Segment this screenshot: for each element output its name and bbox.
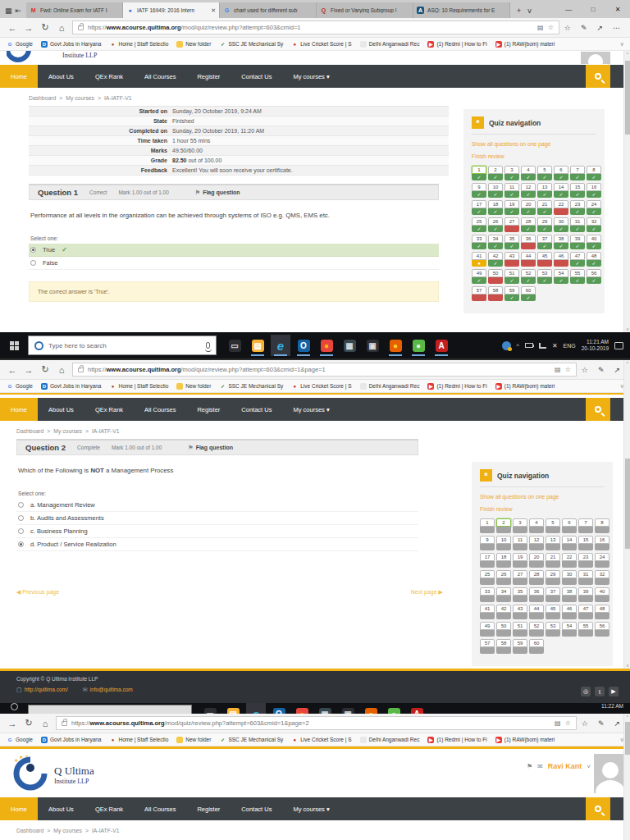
- favorites-icon[interactable]: ☆: [564, 24, 571, 32]
- quiz-nav-question-16[interactable]: 16: [595, 536, 609, 550]
- quiz-nav-question-17[interactable]: 17: [480, 553, 495, 568]
- nav-search-button[interactable]: [586, 398, 610, 421]
- quiz-nav-question-55[interactable]: 55✓: [570, 269, 585, 284]
- quiz-nav-question-18[interactable]: 18: [496, 553, 511, 568]
- quiz-nav-question-15[interactable]: 15: [578, 536, 593, 550]
- quiz-nav-question-2[interactable]: 2✓: [488, 166, 503, 180]
- action-center-icon[interactable]: [614, 342, 623, 349]
- ink-note-icon[interactable]: ✎: [598, 366, 605, 374]
- quiz-nav-question-11[interactable]: 11: [513, 536, 527, 550]
- outlook-icon[interactable]: O: [294, 335, 313, 356]
- quiz-nav-question-26[interactable]: 26✓: [488, 217, 503, 232]
- refresh-button[interactable]: ↻: [39, 22, 51, 33]
- breadcrumb[interactable]: Dashboard>My courses>IA-IATF-V1: [0, 88, 630, 106]
- quiz-nav-question-33[interactable]: 33: [480, 587, 495, 602]
- quiz-nav-question-36[interactable]: 36: [521, 235, 536, 249]
- show-all-questions-link[interactable]: Show all questions on one page: [480, 494, 605, 500]
- quiz-nav-question-40[interactable]: 40: [595, 587, 609, 602]
- quiz-nav-question-50[interactable]: 50: [488, 269, 503, 284]
- scrollbar[interactable]: ^ v: [623, 360, 630, 669]
- breadcrumb-item[interactable]: Dashboard: [16, 428, 43, 434]
- bookmark-item[interactable]: ▶(1) Redmi | How to Fi: [427, 383, 486, 390]
- home-button[interactable]: ⌂: [56, 23, 67, 33]
- breadcrumb-item[interactable]: IA-IATF-V1: [104, 95, 131, 101]
- quiz-nav-question-19[interactable]: 19: [513, 553, 527, 568]
- task-view-icon[interactable]: ▭: [225, 335, 244, 356]
- user-name[interactable]: Ravi Kant: [548, 762, 582, 770]
- nav-item-all-courses[interactable]: All Courses: [134, 398, 186, 421]
- reading-view-icon[interactable]: ▤: [537, 24, 544, 31]
- radio-button[interactable]: [18, 502, 24, 508]
- message-flag-icon[interactable]: ⚑: [527, 763, 532, 770]
- quiz-nav-question-29[interactable]: 29: [546, 570, 560, 585]
- radio-button[interactable]: [30, 260, 36, 266]
- scroll-thumb[interactable]: [625, 459, 630, 549]
- reading-view-icon[interactable]: ▤: [555, 719, 561, 727]
- bookmark-item[interactable]: GGoogle: [7, 737, 33, 743]
- breadcrumb-item[interactable]: My courses: [53, 828, 82, 833]
- bookmark-item[interactable]: DGovt Jobs in Haryana: [41, 737, 102, 743]
- breadcrumb-item[interactable]: My courses: [66, 95, 94, 101]
- quiz-nav-question-21[interactable]: 21✓: [537, 200, 552, 215]
- bookmark-item[interactable]: Delhi Anganwadi Rec: [360, 383, 420, 390]
- minimize-button[interactable]: —: [556, 6, 581, 13]
- bookmark-item[interactable]: GGoogle: [7, 41, 33, 48]
- bookmark-item[interactable]: ●Home | Staff Selectio: [109, 41, 168, 48]
- store-icon[interactable]: ▣: [363, 335, 382, 356]
- share-icon[interactable]: ↗: [614, 719, 620, 728]
- notification-icon[interactable]: ✉: [537, 763, 543, 770]
- answer-option[interactable]: b. Audits and Assessments: [16, 512, 418, 525]
- quiz-nav-question-51[interactable]: 51✓: [504, 269, 519, 284]
- bookmark-item[interactable]: New folder: [176, 737, 211, 743]
- green-app-icon[interactable]: ●: [384, 703, 404, 714]
- quiz-nav-question-46[interactable]: 46: [554, 252, 568, 267]
- url-field[interactable]: https://www.acourse.qultima.org/mod/quiz…: [72, 21, 559, 34]
- quiz-nav-question-25[interactable]: 25: [480, 570, 495, 585]
- answer-option[interactable]: d. Product / Service Realization: [16, 538, 418, 551]
- quiz-nav-question-54[interactable]: 54: [562, 622, 577, 637]
- nav-item-home[interactable]: Home: [0, 65, 38, 88]
- finish-review-link[interactable]: Finish review: [472, 153, 596, 159]
- quiz-nav-question-59[interactable]: 59: [513, 639, 527, 654]
- bookmark-item[interactable]: ▶(1) Redmi | How to Fi: [427, 737, 486, 743]
- quiz-nav-question-49[interactable]: 49: [480, 622, 495, 637]
- tab-dropdown-icon[interactable]: v: [527, 7, 532, 15]
- scroll-thumb[interactable]: [625, 61, 630, 135]
- scroll-up-icon[interactable]: ^: [624, 714, 630, 719]
- language-indicator[interactable]: ENG: [564, 343, 576, 349]
- nav-item-my-courses-[interactable]: My courses ▾: [282, 398, 340, 421]
- next-page-link[interactable]: Next page ▶: [411, 589, 443, 596]
- quiz-nav-question-53[interactable]: 53✓: [537, 269, 552, 284]
- radio-button[interactable]: [18, 541, 24, 547]
- avatar[interactable]: [594, 754, 627, 793]
- quiz-nav-question-6[interactable]: 6✓: [554, 166, 568, 180]
- quiz-nav-question-46[interactable]: 46: [562, 605, 577, 619]
- quiz-nav-question-53[interactable]: 53: [546, 622, 560, 637]
- breadcrumb[interactable]: Dashboard>My courses>IA-IATF-V1: [0, 820, 630, 838]
- quiz-nav-question-9[interactable]: 9: [480, 536, 495, 550]
- bookmark-item[interactable]: ▶(1) RAW(bom) materi: [495, 41, 555, 48]
- quiz-nav-question-24[interactable]: 24: [595, 553, 609, 568]
- quiz-nav-question-19[interactable]: 19✓: [504, 200, 519, 215]
- quiz-nav-question-28[interactable]: 28✓: [521, 217, 536, 232]
- quiz-nav-question-3[interactable]: 3✓: [504, 166, 519, 180]
- ink-note-icon[interactable]: ✎: [598, 719, 605, 728]
- back-button[interactable]: ←: [7, 23, 18, 33]
- scroll-thumb[interactable]: [625, 722, 630, 755]
- quiz-nav-question-21[interactable]: 21: [546, 553, 560, 568]
- calculator-icon[interactable]: ▦: [315, 703, 335, 714]
- scroll-down-icon[interactable]: v: [624, 326, 630, 331]
- quiz-nav-question-1[interactable]: 1✓: [472, 166, 486, 180]
- more-menu-icon[interactable]: ⋯: [613, 24, 620, 32]
- home-button[interactable]: ⌂: [56, 365, 67, 375]
- nav-item-register[interactable]: Register: [186, 398, 231, 421]
- quiz-nav-question-6[interactable]: 6: [562, 518, 577, 533]
- finish-review-link[interactable]: Finish review: [480, 506, 605, 512]
- network-globe-icon[interactable]: [502, 341, 511, 350]
- scroll-up-icon[interactable]: ^: [624, 52, 630, 57]
- quiz-nav-question-44[interactable]: 44: [521, 252, 536, 267]
- url-field[interactable]: https://www.acourse.qultima.org/mod/quiz…: [56, 716, 577, 730]
- quiz-nav-question-60[interactable]: 60✓: [521, 286, 536, 301]
- tab-preview-icon[interactable]: ▦: [5, 7, 12, 15]
- quiz-nav-question-25[interactable]: 25✓: [472, 217, 486, 232]
